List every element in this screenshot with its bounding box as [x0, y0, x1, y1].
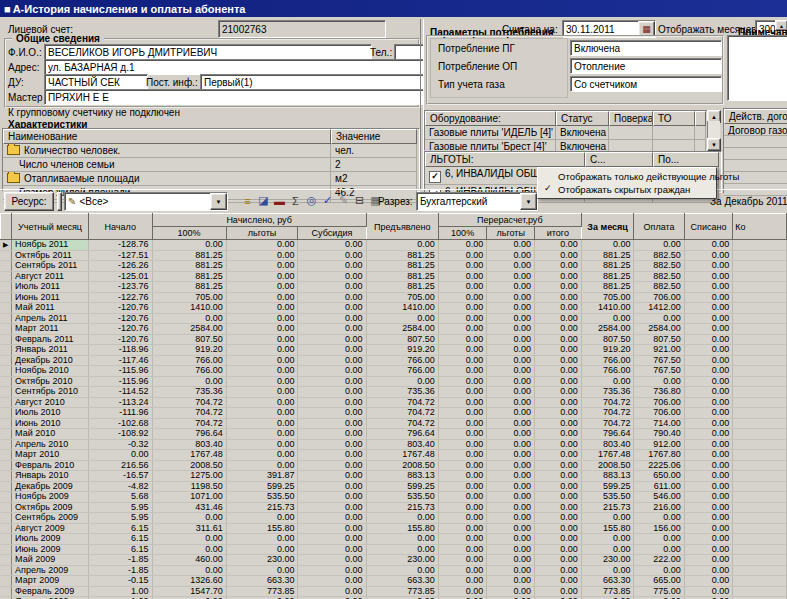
title-bar[interactable]: ■ А-История начисления и оплаты абонента — [0, 0, 787, 17]
history-row[interactable]: Апрель 2009-1.850.000.000.000.000.000.00… — [1, 565, 787, 576]
history-row[interactable]: Сентябрь 2011-126.26881.250.000.00881.25… — [1, 261, 787, 272]
equipment-column-header[interactable]: Статус — [556, 111, 609, 126]
history-row[interactable]: Декабрь 2009-4.821198.50599.250.00599.25… — [1, 481, 787, 492]
history-row[interactable]: Январь 2011-118.96919.200.000.00919.200.… — [1, 345, 787, 356]
history-grid[interactable]: Учетный месяцНачалоНачислено, рубПредъяв… — [0, 213, 787, 599]
sub-column-header[interactable]: льготы — [226, 227, 298, 240]
du-field[interactable]: ЧАСТНЫЙ СЕК — [44, 74, 148, 90]
equipment-scroll-track[interactable] — [707, 121, 720, 138]
address-field[interactable]: ул. БАЗАРНАЯ д.1 — [44, 59, 424, 75]
characteristics-row[interactable]: Количество человек.чел. — [3, 144, 419, 158]
history-row[interactable]: Август 2010-113.24704.720.000.00704.720.… — [1, 397, 787, 408]
characteristics-column-header[interactable]: Наименование — [3, 129, 331, 144]
history-row[interactable]: Октябрь 20095.95431.46215.730.00215.730.… — [1, 502, 787, 513]
scroll-down-icon[interactable]: ▼ — [707, 138, 721, 151]
history-row[interactable]: Июнь 2010-102.68704.720.000.00704.720.00… — [1, 418, 787, 429]
history-row[interactable]: Май 2010-108.92796.640.000.00796.640.000… — [1, 429, 787, 440]
characteristics-row[interactable]: Отапливаемые площадим2 — [3, 172, 419, 186]
cassette-icon[interactable]: ▬ — [272, 193, 287, 209]
sub-column-header[interactable]: 100% — [438, 227, 487, 240]
history-row[interactable]: Май 2009-1.85460.00230.000.00230.000.000… — [1, 555, 787, 566]
post-inf-field[interactable]: Первый(1) — [200, 74, 424, 90]
history-row[interactable]: Март 20100.001767.480.000.001767.480.000… — [1, 450, 787, 461]
history-row[interactable]: Апрель 2010-0.32803.400.000.00803.400.00… — [1, 439, 787, 450]
contract-row[interactable] — [724, 148, 787, 160]
resource-button[interactable]: Ресурс: — [4, 192, 54, 211]
column-header-month-total[interactable]: За месяц — [581, 214, 634, 240]
context-menu-item[interactable]: Отображать скрытых граждан✓ — [540, 183, 714, 196]
contracts-column-header[interactable]: Действ. догов — [724, 109, 787, 124]
benefits-column-header[interactable]: По... — [653, 152, 719, 167]
history-row[interactable]: Август 2011-125.01881.250.000.00881.250.… — [1, 271, 787, 282]
equipment-row[interactable]: Газовые плиты 'ИДЕЛЬ [4]'Включена — [425, 126, 708, 140]
history-row[interactable]: Октябрь 2011-127.51881.250.000.00881.250… — [1, 250, 787, 261]
history-row[interactable]: Ноябрь 20095.681071.00535.500.00535.500.… — [1, 492, 787, 503]
history-row[interactable]: Май 2011-120.761410.000.000.001410.000.0… — [1, 303, 787, 314]
coins-icon[interactable]: ≡ — [240, 193, 255, 209]
history-row[interactable]: Июль 20096.150.000.000.000.000.000.000.0… — [1, 534, 787, 545]
consumption-field[interactable]: Со счетчиком — [570, 76, 722, 92]
consumption-field[interactable]: Включена — [570, 40, 722, 56]
history-value-cell: 2008.50 — [366, 460, 438, 471]
group-header-accrued[interactable]: Начислено, руб — [152, 214, 366, 227]
history-row[interactable]: Январь 2010-16.571275.00391.870.00883.13… — [1, 471, 787, 482]
history-row[interactable]: Сентябрь 2010-114.52735.360.000.00735.36… — [1, 387, 787, 398]
context-menu-item[interactable]: Отображать только действующие льготы — [540, 170, 714, 183]
history-row[interactable]: Апрель 2011-120.760.000.000.000.000.000.… — [1, 313, 787, 324]
fio-field[interactable]: ВЕСЕЛИКОВ ИГОРЬ ДМИТРИЕВИЧ — [44, 44, 372, 60]
counter-icon[interactable]: Σ — [288, 193, 303, 209]
sub-column-header[interactable]: льготы — [487, 227, 535, 240]
history-row[interactable]: Март 2009-0.151326.60663.300.00663.300.0… — [1, 576, 787, 587]
column-header-start[interactable]: Начало — [88, 214, 152, 240]
master-field[interactable]: ПРЯХИН Е Е — [44, 89, 424, 105]
note-box[interactable] — [727, 35, 787, 101]
characteristics-row[interactable]: Число членов семьи2 — [3, 158, 419, 172]
row-marker-header[interactable] — [1, 214, 12, 240]
equipment-column-header[interactable] — [695, 111, 706, 126]
contract-row[interactable] — [724, 136, 787, 148]
account-field[interactable]: 21002763 — [218, 20, 386, 38]
history-row[interactable]: Июнь 2011-122.76705.000.000.00705.000.00… — [1, 292, 787, 303]
history-row[interactable]: Июнь 20096.150.000.000.000.000.000.000.0… — [1, 544, 787, 555]
equipment-column-header[interactable]: Оборудование: — [425, 111, 556, 126]
history-row[interactable]: Февраль 2011-120.76807.500.000.00807.500… — [1, 334, 787, 345]
equipment-column-header[interactable]: Поверка — [609, 111, 653, 126]
column-header-month[interactable]: Учетный месяц — [12, 214, 89, 240]
history-row[interactable]: Июль 2011-123.76881.250.000.00881.250.00… — [1, 282, 787, 293]
benefits-column-header[interactable]: ЛЬГОТЫ: — [425, 152, 585, 167]
history-row[interactable]: Март 2011-120.762584.000.000.002584.000.… — [1, 324, 787, 335]
column-header-payment[interactable]: Оплата — [634, 214, 684, 240]
group-header-recalc[interactable]: Перерасчет,руб — [438, 214, 581, 227]
resource-combo-arrow-icon[interactable]: ▼ — [210, 193, 227, 210]
characteristics-column-header[interactable]: Значение — [331, 129, 417, 144]
sub-column-header[interactable]: 100% — [152, 227, 226, 240]
edit-icon[interactable]: ✎ — [336, 193, 351, 209]
history-row[interactable]: Февраль 2010216.562008.500.000.002008.50… — [1, 460, 787, 471]
razrez-combo-arrow-icon[interactable]: ▼ — [520, 193, 537, 210]
benefits-column-header[interactable]: С... — [585, 152, 653, 167]
sub-column-header[interactable]: итого — [535, 227, 582, 240]
column-header-writeoff[interactable]: Списано — [684, 214, 733, 240]
history-row[interactable]: ▶Ноябрь 2011-128.760.000.000.000.000.000… — [1, 240, 787, 251]
razrez-combo[interactable]: Бухгалтерский ▼ — [416, 192, 538, 211]
verify-icon[interactable]: ✓ — [320, 193, 335, 209]
contract-row[interactable]: Договор газос — [724, 124, 787, 136]
history-row[interactable]: Октябрь 2010-115.960.000.000.000.000.000… — [1, 376, 787, 387]
chart-wizard-icon[interactable]: ◪ — [256, 193, 271, 209]
consumption-field[interactable]: Отопление — [570, 58, 722, 74]
resource-combo[interactable]: ✎ <Все> ▼ — [64, 192, 228, 211]
history-row[interactable]: Ноябрь 2010-115.96766.000.000.00766.000.… — [1, 366, 787, 377]
sub-column-header[interactable]: Субсидия — [298, 227, 366, 240]
equipment-column-header[interactable]: ТО — [653, 111, 695, 126]
column-header-ko[interactable]: Ко — [733, 214, 787, 240]
column-header-presented[interactable]: Предъявлено — [366, 214, 438, 240]
history-row[interactable]: Июль 2010-111.96704.720.000.00704.720.00… — [1, 408, 787, 419]
benefit-checkbox[interactable]: ✓ — [429, 171, 441, 183]
history-row[interactable]: Декабрь 2010-117.46766.000.000.00766.000… — [1, 355, 787, 366]
toolbar-grip[interactable] — [57, 192, 62, 211]
preview-icon[interactable]: ◎ — [304, 193, 319, 209]
history-row[interactable]: Август 20096.15311.61155.800.00155.800.0… — [1, 523, 787, 534]
print-icon[interactable]: ⊟ — [352, 193, 367, 209]
history-row[interactable]: Февраль 20091.001547.70773.850.00773.850… — [1, 586, 787, 597]
history-row[interactable]: Сентябрь 20095.950.000.000.000.000.000.0… — [1, 513, 787, 524]
